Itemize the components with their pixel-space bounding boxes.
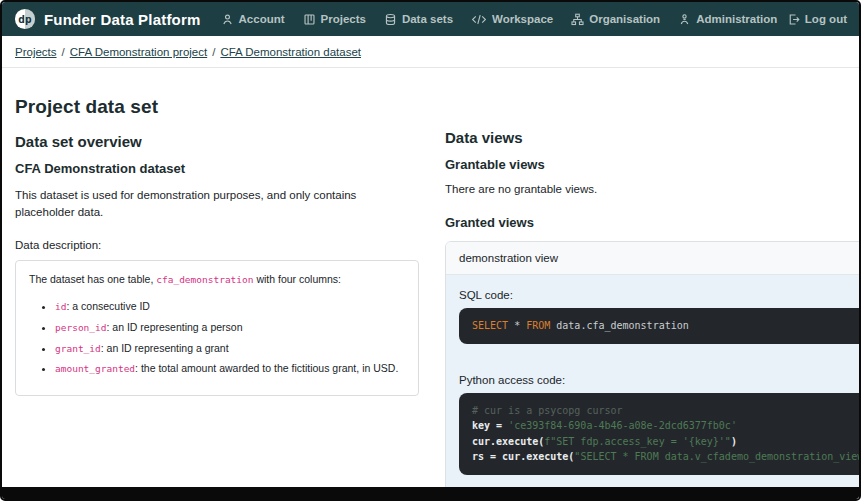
nav-label: Administration xyxy=(696,13,777,25)
list-item: person_id: an ID representing a person xyxy=(55,320,405,336)
brand[interactable]: dp Funder Data Platform xyxy=(14,8,201,30)
dataset-name: CFA Demonstration dataset xyxy=(15,161,419,176)
top-navbar: dp Funder Data Platform Account xyxy=(2,2,859,36)
sql-star: * xyxy=(514,320,526,331)
breadcrumb-projects[interactable]: Projects xyxy=(15,46,57,58)
brand-title: Funder Data Platform xyxy=(44,11,201,28)
sql-table: data.cfa_demonstration xyxy=(556,320,688,331)
app-window: dp Funder Data Platform Account xyxy=(0,0,861,501)
breadcrumb-separator: / xyxy=(212,46,215,58)
column-text: : the total amount awarded to the fictit… xyxy=(135,362,398,374)
dataset-overview-column: Project data set Data set overview CFA D… xyxy=(15,96,419,501)
view-card-body: SQL code: SELECT * FROM data.cfa_demonst… xyxy=(446,275,861,491)
python-section: Python access code: # cur is a psycopg c… xyxy=(459,374,861,475)
breadcrumb-dataset[interactable]: CFA Demonstration dataset xyxy=(220,46,361,58)
person-badge-icon xyxy=(678,13,691,26)
logout-button[interactable]: Log out xyxy=(787,13,847,26)
sql-code-label: SQL code: xyxy=(459,289,861,301)
sql-keyword: SELECT xyxy=(472,320,514,331)
table-name-code: cfa_demonstration xyxy=(156,274,253,285)
funder-data-platform-logo-icon: dp xyxy=(14,8,36,30)
nav-projects[interactable]: Projects xyxy=(303,13,366,26)
main-nav: Account Projects xyxy=(221,13,787,26)
nav-label: Organisation xyxy=(589,13,660,25)
code-line: # cur is a psycopg cursor xyxy=(472,403,861,419)
door-exit-icon xyxy=(787,13,800,26)
nav-label: Workspace xyxy=(492,13,553,25)
data-description-box: The dataset has one table, cfa_demonstra… xyxy=(15,260,419,396)
description-intro: The dataset has one table, cfa_demonstra… xyxy=(29,272,405,288)
nav-datasets[interactable]: Data sets xyxy=(384,13,453,26)
nav-label: Account xyxy=(239,13,285,25)
python-code-label: Python access code: xyxy=(459,374,861,386)
code-line: key = 'ce393f84-690a-4b46-a08e-2dcd6377f… xyxy=(472,418,861,434)
code-icon xyxy=(471,13,487,26)
nav-label: Projects xyxy=(321,13,366,25)
column-code: person_id xyxy=(55,322,106,333)
person-icon xyxy=(221,13,234,26)
column-code: grant_id xyxy=(55,343,101,354)
nav-workspace[interactable]: Workspace xyxy=(471,13,553,26)
kanban-icon xyxy=(303,13,316,26)
window-bottom-bar xyxy=(2,487,859,499)
granted-view-card: demonstration view SQL code: SELECT * FR… xyxy=(445,241,861,501)
grantable-views-empty: There are no grantable views. xyxy=(445,183,861,195)
code-line: cur.execute(f"SET fdp.access_key = '{key… xyxy=(472,434,861,450)
data-description-label: Data description: xyxy=(15,239,419,251)
data-views-column: Data views Grantable views There are no … xyxy=(445,96,861,501)
page-title: Project data set xyxy=(15,96,419,118)
column-text: : an ID representing a grant xyxy=(101,342,229,354)
overview-heading: Data set overview xyxy=(15,133,419,150)
granted-views-heading: Granted views xyxy=(445,215,861,230)
grantable-views-heading: Grantable views xyxy=(445,157,861,172)
nav-label: Data sets xyxy=(402,13,453,25)
sql-code-block: SELECT * FROM data.cfa_demonstration xyxy=(459,308,861,344)
column-code: id xyxy=(55,301,66,312)
column-text: : an ID representing a person xyxy=(106,321,242,333)
data-views-heading: Data views xyxy=(445,129,861,146)
list-item: grant_id: an ID representing a grant xyxy=(55,341,405,357)
python-code-block: # cur is a psycopg cursorkey = 'ce393f84… xyxy=(459,393,861,475)
svg-text:dp: dp xyxy=(18,13,32,26)
view-card-header[interactable]: demonstration view xyxy=(446,242,861,275)
breadcrumb: Projects/CFA Demonstration project/CFA D… xyxy=(2,36,859,68)
column-code: amount_granted xyxy=(55,363,135,374)
code-line: rs = cur.execute("SELECT * FROM data.v_c… xyxy=(472,449,861,465)
main-content: Project data set Data set overview CFA D… xyxy=(2,68,859,501)
breadcrumb-project[interactable]: CFA Demonstration project xyxy=(70,46,207,58)
list-item: id: a consecutive ID xyxy=(55,299,405,315)
list-item: amount_granted: the total amount awarded… xyxy=(55,361,405,377)
nav-account[interactable]: Account xyxy=(221,13,285,26)
database-icon xyxy=(384,13,397,26)
nav-administration[interactable]: Administration xyxy=(678,13,777,26)
logout-label: Log out xyxy=(805,13,847,25)
sql-keyword: FROM xyxy=(526,320,556,331)
breadcrumb-separator: / xyxy=(62,46,65,58)
column-list: id: a consecutive ID person_id: an ID re… xyxy=(29,299,405,377)
org-chart-icon xyxy=(571,13,584,26)
column-text: : a consecutive ID xyxy=(66,300,149,312)
dataset-description: This dataset is used for demonstration p… xyxy=(15,187,419,220)
nav-organisation[interactable]: Organisation xyxy=(571,13,660,26)
